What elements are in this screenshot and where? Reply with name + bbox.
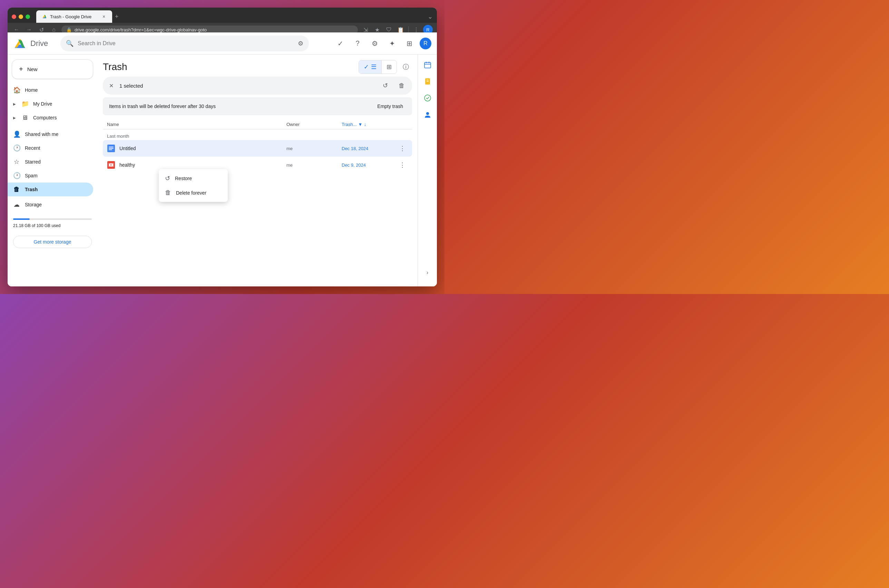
trash-info-bar: Items in trash will be deleted forever a… — [103, 97, 412, 115]
secure-icon: 🔒 — [66, 27, 72, 32]
tab-menu-button[interactable]: ⌄ — [427, 13, 433, 20]
new-tab-button[interactable]: + — [115, 13, 119, 20]
file-doc-icon — [107, 144, 115, 153]
ai-icon[interactable]: ✦ — [385, 37, 399, 50]
file-more-button-untitled[interactable]: ⋮ — [397, 143, 408, 154]
file-row-healthy[interactable]: healthy me Dec 9, 2024 ⋮ — [103, 157, 412, 173]
list-view-icon: ☰ — [371, 63, 376, 71]
starred-icon: ☆ — [13, 158, 20, 166]
file-owner-healthy: me — [286, 162, 342, 168]
grid-view-button[interactable]: ⊞ — [382, 60, 397, 74]
sidebar-item-storage[interactable]: ☁ Storage — [7, 198, 93, 212]
storage-bar-fill — [13, 218, 30, 220]
delete-forever-menu-label: Delete forever — [176, 190, 206, 196]
sidebar-home-label: Home — [25, 87, 37, 93]
restore-menu-icon: ↺ — [165, 175, 170, 182]
info-icon: ⓘ — [403, 63, 409, 71]
maximize-window-button[interactable] — [25, 15, 30, 19]
storage-icon: ☁ — [13, 201, 20, 208]
tasks-icon — [424, 94, 432, 102]
file-date-untitled: Dec 18, 2024 — [342, 146, 397, 151]
empty-trash-button[interactable]: Empty trash — [375, 102, 406, 110]
home-icon: 🏠 — [13, 86, 20, 94]
column-trash-header[interactable]: Trash... ▼ ↓ — [342, 122, 397, 127]
view-controls: ✓ ☰ ⊞ ⓘ — [358, 60, 412, 74]
selection-close-button[interactable]: ✕ — [107, 81, 115, 90]
new-button-plus-icon: + — [19, 65, 23, 73]
drive-logo-icon — [13, 38, 27, 50]
help-icon[interactable]: ? — [351, 37, 364, 50]
sidebar-spam-label: Spam — [25, 173, 37, 178]
list-view-check-icon: ✓ — [364, 63, 369, 71]
grid-view-icon: ⊞ — [387, 63, 392, 71]
apps-icon[interactable]: ⊞ — [402, 37, 416, 50]
support-icon[interactable]: ✓ — [333, 37, 347, 50]
app-content: Drive 🔍 ⚙ ✓ ? ⚙ ✦ ⊞ R + New — [7, 32, 437, 286]
close-window-button[interactable] — [12, 15, 16, 19]
restore-selected-button[interactable]: ↺ — [379, 80, 391, 92]
sidebar-item-spam[interactable]: 🕐 Spam — [7, 169, 93, 183]
sidebar-item-shared[interactable]: 👤 Shared with me — [7, 128, 93, 141]
selection-count-text: 1 selected — [119, 83, 375, 88]
header-actions: ✓ ? ⚙ ✦ ⊞ R — [333, 37, 432, 50]
sidebar-storage-label: Storage — [25, 202, 42, 207]
storage-bar-background — [13, 218, 92, 220]
app-profile-avatar[interactable]: R — [420, 38, 432, 50]
settings-icon[interactable]: ⚙ — [368, 37, 382, 50]
search-icon: 🔍 — [66, 40, 73, 47]
search-bar[interactable]: 🔍 ⚙ — [60, 36, 309, 51]
minimize-window-button[interactable] — [19, 15, 23, 19]
sidebar-trash-label: Trash — [25, 187, 37, 192]
context-menu-restore[interactable]: ↺ Restore — [159, 171, 228, 186]
sidebar-recent-label: Recent — [25, 145, 40, 151]
svg-point-15 — [424, 95, 431, 101]
sidebar-computers-label: Computers — [33, 115, 57, 120]
sidebar-item-recent[interactable]: 🕐 Recent — [7, 141, 93, 155]
file-more-button-healthy[interactable]: ⋮ — [397, 159, 408, 171]
drive-logo[interactable]: Drive — [13, 38, 48, 50]
sidebar-starred-label: Starred — [25, 159, 41, 165]
tasks-sidebar-button[interactable] — [421, 91, 435, 105]
svg-rect-1 — [109, 147, 114, 147]
new-button[interactable]: + New — [12, 59, 93, 79]
restore-icon: ↺ — [383, 82, 388, 89]
file-owner-untitled: me — [286, 146, 342, 151]
window-controls — [12, 15, 30, 19]
sidebar-item-starred[interactable]: ☆ Starred — [7, 155, 93, 169]
sidebar-item-computers[interactable]: ▶ 🖥 Computers — [7, 111, 93, 124]
delete-forever-menu-icon: 🗑 — [165, 189, 171, 196]
keep-sidebar-button[interactable] — [421, 75, 435, 88]
list-view-button[interactable]: ✓ ☰ — [359, 60, 382, 74]
context-menu-delete-forever[interactable]: 🗑 Delete forever — [159, 186, 228, 200]
toolbar-separator — [408, 26, 409, 33]
active-tab[interactable]: Trash - Google Drive × — [36, 10, 112, 23]
close-icon: ✕ — [109, 82, 114, 89]
calendar-sidebar-button[interactable] — [421, 58, 435, 72]
file-row-untitled[interactable]: Untitled me Dec 18, 2024 ⋮ — [103, 140, 412, 157]
sidebar-expand-button[interactable]: › — [421, 266, 435, 279]
new-button-label: New — [27, 66, 37, 72]
search-input[interactable] — [78, 40, 294, 46]
trash-sort-dropdown-icon: ▼ — [358, 122, 363, 127]
computers-expand-icon: ▶ — [13, 116, 16, 120]
sidebar-item-trash[interactable]: 🗑 Trash — [7, 183, 93, 196]
right-sidebar: › — [418, 54, 437, 286]
info-button[interactable]: ⓘ — [400, 61, 412, 73]
svg-point-16 — [426, 112, 429, 115]
trash-icon: 🗑 — [13, 186, 20, 193]
storage-section: 21.18 GB of 100 GB used — [7, 212, 97, 233]
calendar-icon — [424, 61, 432, 69]
tab-close-button[interactable]: × — [101, 14, 106, 20]
main-header: Trash ✓ ☰ ⊞ ⓘ — [103, 54, 412, 76]
trash-info-message: Items in trash will be deleted forever a… — [109, 104, 216, 109]
delete-selected-button[interactable]: 🗑 — [396, 80, 408, 92]
search-tune-icon[interactable]: ⚙ — [298, 40, 303, 47]
sidebar-item-my-drive[interactable]: ▶ 📁 My Drive — [7, 97, 93, 111]
sidebar-item-home[interactable]: 🏠 Home — [7, 83, 93, 97]
contacts-icon — [424, 111, 432, 118]
app-body: + New 🏠 Home ▶ 📁 My Drive ▶ 🖥 Computers — [7, 54, 437, 286]
column-owner-header: Owner — [286, 122, 342, 127]
get-more-storage-button[interactable]: Get more storage — [13, 236, 92, 248]
contacts-sidebar-button[interactable] — [421, 108, 435, 122]
sidebar-shared-label: Shared with me — [25, 132, 58, 137]
